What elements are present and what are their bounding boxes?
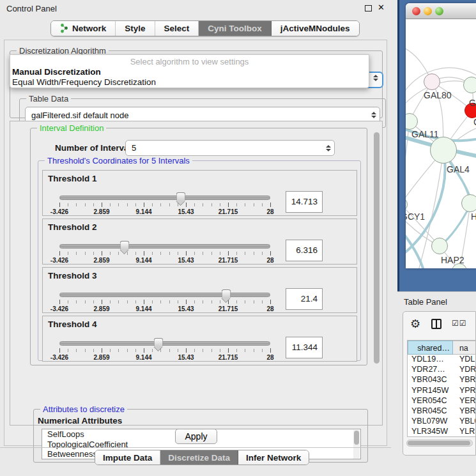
threshold-4-slider[interactable]: -3.426 2.859 9.144 15.43 21.715 28 xyxy=(59,338,270,361)
combo-up-arrow-icon xyxy=(371,112,376,114)
threshold-1-value-field[interactable]: 14.713 xyxy=(286,191,323,213)
combo-down-arrow-icon xyxy=(373,79,378,81)
zoom-traffic-light-icon[interactable] xyxy=(435,7,443,15)
tick-label: 21.715 xyxy=(219,354,238,361)
network-icon xyxy=(60,24,68,33)
tab-select[interactable]: Select xyxy=(155,21,199,36)
threshold-3-label: Threshold 3 xyxy=(48,271,97,280)
table-row[interactable]: YDR27…YDR2 xyxy=(408,365,476,375)
slider-thumb[interactable] xyxy=(176,192,186,201)
interval-definition-group: Interval Definition Number of Intervals … xyxy=(30,128,367,365)
table-horizontal-scrollbar[interactable] xyxy=(406,440,473,447)
table-panel-body: ⚙ ☑☑ shared… na YDL19…YDL1 YDR27…YDR2 YB… xyxy=(403,311,476,456)
node-label-hap2: HAP2 xyxy=(441,255,464,265)
tick-label: 15.43 xyxy=(178,305,194,312)
column-header-name[interactable]: na xyxy=(453,341,476,355)
algorithm-dropdown-popup: Select algorithm to view settings Manual… xyxy=(10,54,369,88)
combo-down-arrow-icon xyxy=(371,116,376,118)
table-row[interactable]: YBR043CYBR0 xyxy=(408,375,476,385)
tab-network[interactable]: Network xyxy=(51,21,116,36)
tick-label: 21.715 xyxy=(219,208,238,215)
control-panel-tabbar: Network Style Select Cyni Toolbox jActiv… xyxy=(50,20,360,36)
node-top-right[interactable] xyxy=(463,77,476,93)
gear-icon[interactable]: ⚙ xyxy=(410,317,420,330)
node-right[interactable] xyxy=(461,194,476,212)
control-panel-titlebar: Control Panel ✕ xyxy=(0,0,391,17)
node-gal4[interactable] xyxy=(430,137,457,164)
tick-label: 2.859 xyxy=(93,354,109,361)
select-columns-icon[interactable]: ☑☑ xyxy=(452,319,467,328)
tab-discretize-data[interactable]: Discretize Data xyxy=(160,450,238,464)
number-of-intervals-combobox[interactable]: 5 xyxy=(125,140,335,156)
threshold-2-value-field[interactable]: 6.316 xyxy=(286,240,323,261)
node-label-cut-right: GA xyxy=(469,98,476,108)
tick-label: 2.859 xyxy=(93,208,109,215)
close-icon[interactable]: ✕ xyxy=(378,3,385,12)
minimize-traffic-light-icon[interactable] xyxy=(424,7,432,15)
slider-thumb[interactable] xyxy=(154,338,164,346)
node-hap2[interactable] xyxy=(431,238,448,254)
combo-up-arrow-icon xyxy=(326,145,331,148)
algorithm-option-equal-width-frequency[interactable]: Equal Width/Frequency Discretization xyxy=(10,77,369,88)
tick-label: 2.859 xyxy=(93,305,109,312)
threshold-1-panel: Threshold 1 -3.426 2.859 9.144 15.43 21.… xyxy=(42,170,357,216)
network-canvas[interactable]: GAL80 GA GAL11 C GAL4 GCY1 H HAP2 xyxy=(406,20,476,268)
table-data-group-title: Table Data xyxy=(26,94,71,104)
attributes-list-scrollbar[interactable] xyxy=(353,430,360,459)
slider-thumb[interactable] xyxy=(120,241,130,249)
slider-track[interactable] xyxy=(59,196,270,200)
table-row[interactable]: YDL19…YDL1 xyxy=(408,355,476,365)
network-view-frame: GAL80 GA GAL11 C GAL4 GCY1 H HAP2 xyxy=(406,3,476,268)
slider-track[interactable] xyxy=(59,293,270,297)
tick-label: 9.144 xyxy=(135,354,151,361)
threshold-4-value-field[interactable]: 11.344 xyxy=(286,337,323,358)
close-traffic-light-icon[interactable] xyxy=(412,7,420,15)
settings-scrollpane: Interval Definition Number of Intervals … xyxy=(10,121,383,426)
float-window-icon[interactable] xyxy=(365,5,372,12)
algorithm-option-manual-discretization[interactable]: Manual Discretization xyxy=(10,67,369,77)
tab-infer-network[interactable]: Infer Network xyxy=(238,450,309,464)
tab-style[interactable]: Style xyxy=(116,21,155,36)
thresholds-group-title: Threshold's Coordinates for 5 Intervals xyxy=(45,156,192,165)
number-of-intervals-label: Number of Intervals xyxy=(55,143,136,153)
table-toolbar: ⚙ ☑☑ xyxy=(403,316,476,335)
thresholds-group: Threshold's Coordinates for 5 Intervals … xyxy=(38,160,361,361)
slider-track[interactable] xyxy=(59,341,270,346)
table-row[interactable]: YER054CYER0 xyxy=(408,396,476,406)
column-header-shared-name[interactable]: shared… xyxy=(408,341,453,355)
apply-button[interactable]: Apply xyxy=(175,429,217,444)
interval-definition-title: Interval Definition xyxy=(37,123,106,133)
node-label-gal4: GAL4 xyxy=(447,164,470,174)
node-label-cut-h: H xyxy=(471,211,476,222)
tick-label: 9.144 xyxy=(135,208,151,215)
slider-track[interactable] xyxy=(59,244,270,249)
slider-thumb[interactable] xyxy=(221,289,231,298)
combo-up-arrow-icon xyxy=(373,75,378,77)
tab-impute-data[interactable]: Impute Data xyxy=(95,450,160,464)
node-attribute-table[interactable]: shared… na YDL19…YDL1 YDR27…YDR2 YBR043C… xyxy=(407,340,476,437)
node-label-gal80: GAL80 xyxy=(424,90,452,100)
threshold-4-panel: Threshold 4 -3.426 2.859 9.144 15.43 21.… xyxy=(42,316,357,362)
table-row[interactable]: YLR345WYLR3 xyxy=(408,427,476,437)
scrollbar-thumb[interactable] xyxy=(374,132,380,364)
tick-label: 15.43 xyxy=(178,257,194,264)
table-row[interactable]: YBR045CYBR0 xyxy=(408,406,476,417)
cyni-toolbox-panel: Discretization Algorithm Table Data galF… xyxy=(4,40,387,446)
table-row[interactable]: YBL079WYBL0 xyxy=(408,417,476,427)
threshold-3-value-field[interactable]: 21.4 xyxy=(286,288,323,310)
slider-minor-ticks xyxy=(59,203,271,206)
split-columns-icon[interactable] xyxy=(431,319,441,329)
settings-vertical-scrollbar[interactable] xyxy=(372,123,381,422)
tab-cyni-toolbox[interactable]: Cyni Toolbox xyxy=(199,21,272,36)
tab-jactivemnodules[interactable]: jActiveMNodules xyxy=(272,21,359,36)
table-row[interactable]: YPR145WYPR1 xyxy=(408,386,476,396)
number-of-intervals-value: 5 xyxy=(126,143,323,153)
network-window-titlebar[interactable] xyxy=(406,3,476,19)
scrollbar-thumb[interactable] xyxy=(408,441,470,445)
threshold-1-slider[interactable]: -3.426 2.859 9.144 15.43 21.715 28 xyxy=(59,192,270,215)
threshold-2-label: Threshold 2 xyxy=(48,222,97,232)
threshold-2-slider[interactable]: -3.426 2.859 9.144 15.43 21.715 28 xyxy=(59,241,270,264)
threshold-3-slider[interactable]: -3.426 2.859 9.144 15.43 21.715 28 xyxy=(59,289,270,312)
threshold-2-panel: Threshold 2 -3.426 2.859 9.144 15.43 21.… xyxy=(42,219,357,265)
node-gal80[interactable] xyxy=(424,73,440,90)
